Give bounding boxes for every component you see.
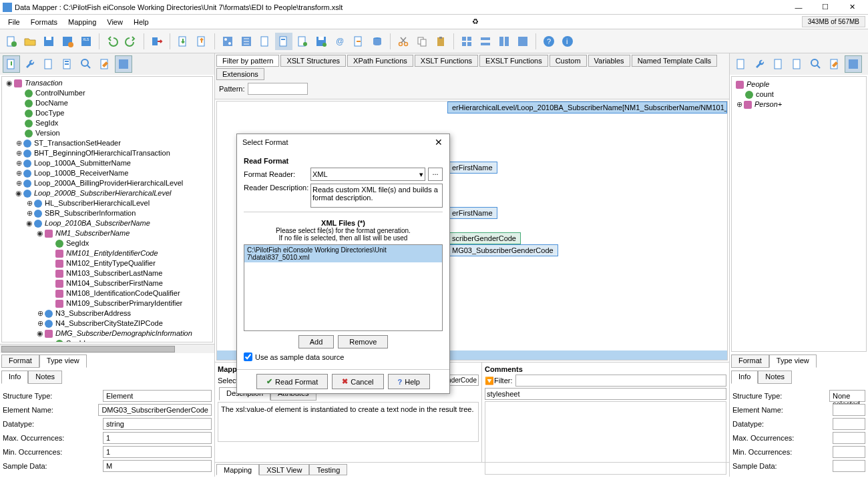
remove-button[interactable]: Remove [338,335,388,348]
save-xls-icon[interactable]: XLS [77,33,95,50]
left-tb-wrench-icon[interactable] [21,55,39,73]
add-button[interactable]: Add [298,335,335,348]
pattern-input[interactable] [248,83,308,95]
expand-toggle[interactable]: ⊕ [15,158,22,168]
tree-node[interactable]: NM109_SubscriberPrimaryIdentifier [65,298,184,308]
filter-tab-exslt[interactable]: EXSLT Functions [479,55,548,67]
tree-node[interactable]: Loop_1000A_SubmitterName [33,158,132,168]
info-icon[interactable]: i [559,33,576,50]
help-icon[interactable]: ? [540,33,558,50]
tree-root[interactable]: Transaction [23,78,64,88]
tree-node[interactable]: count [754,89,775,99]
save-as-icon[interactable] [59,33,76,50]
expand-toggle[interactable]: ◉ [15,188,22,198]
new-icon[interactable] [3,33,20,50]
maximize-button[interactable]: ☐ [812,1,839,14]
left-tb-search-icon[interactable] [77,55,95,73]
expand-toggle[interactable]: ⊕ [26,198,33,208]
comments-input[interactable]: stylesheet [485,388,726,400]
tree-node[interactable]: NM101_EntityIdentifierCode [65,248,160,258]
cancel-button[interactable]: ✖Cancel [332,374,383,389]
target-tree[interactable]: People count ⊕Person+ [731,76,867,352]
right-tb-search-icon[interactable] [807,55,825,73]
tree-node[interactable]: NM1_SubscriberName [54,228,131,238]
tree-node[interactable]: DocType [34,108,65,118]
tree-node[interactable]: NM103_SubscriberLastName [65,268,164,278]
menu-file[interactable]: File [3,17,25,27]
tab-typeview[interactable]: Type view [39,354,87,368]
expand-toggle[interactable]: ◉ [26,218,33,228]
tree-scrollbar[interactable] [0,344,214,353]
tab-info[interactable]: Info [1,371,28,384]
tree-node[interactable]: NM102_EntityTypeQualifier [65,258,157,268]
tree-node[interactable]: N4_SubscriberCityStateZIPCode [54,318,164,328]
cut-icon[interactable] [395,33,412,50]
tab-notes-r[interactable]: Notes [758,371,792,384]
menu-formats[interactable]: Formats [25,17,63,27]
tree-node[interactable]: SBR_SubscriberInformation [43,208,137,218]
expand-toggle[interactable]: ⊕ [26,208,33,218]
left-tb-7-icon[interactable] [115,55,132,73]
mapping-path[interactable]: erHierarchicalLevel/Loop_2010BA_Subscrib… [447,101,727,113]
close-button[interactable]: ✕ [839,1,865,14]
tree-root[interactable]: People [745,79,771,89]
tree-node[interactable]: SegIdx [65,338,90,342]
tree-node[interactable]: N3_SubscriberAddress [54,308,132,318]
min-occ-field[interactable] [833,446,865,458]
tab-notes[interactable]: Notes [28,371,62,384]
menu-help[interactable]: Help [128,17,154,27]
format-reader-browse[interactable]: ... [428,168,443,181]
exit-icon[interactable] [148,33,166,50]
datatype-field[interactable]: string [103,418,212,430]
sample-data-field[interactable]: M [103,460,212,472]
expand-toggle[interactable]: ◉ [37,228,43,238]
tool-4-icon[interactable] [275,33,292,50]
comments-filter-input[interactable] [515,375,727,387]
tab-info-r[interactable]: Info [731,371,758,384]
tree-node[interactable]: BHT_BeginningOfHierarchicalTransaction [33,148,172,158]
tree-node[interactable]: Loop_2000B_SubscriberHierarchicalLevel [33,188,172,198]
map-node[interactable]: scriberGenderCode [447,232,521,244]
tab-xslt-view[interactable]: XSLT View [259,464,309,475]
tool-7-icon[interactable]: @ [331,33,349,50]
tree-node[interactable]: Loop_2010BA_SubscriberName [43,218,152,228]
left-tb-4-icon[interactable] [59,55,76,73]
source-tree[interactable]: ◉Transaction ControlNumber DocName DocTy… [1,76,213,342]
tree-node[interactable]: ControlNumber [34,88,87,98]
grid-3-icon[interactable] [495,33,513,50]
sample-data-checkbox[interactable] [244,352,252,361]
left-tb-3-icon[interactable] [40,55,57,73]
tree-node[interactable]: SegIdx [65,238,90,248]
tree-node[interactable]: Person+ [753,99,783,109]
tree-node[interactable]: HL_SubscriberHierarchicalLevel [43,198,151,208]
right-tb-1-icon[interactable] [732,55,750,73]
max-occ-field[interactable] [833,432,865,444]
structure-type-field[interactable]: Element [103,390,212,402]
right-tb-wrench-icon[interactable] [751,55,769,73]
filter-tab-named-template[interactable]: Named Template Calls [632,55,717,67]
import-icon[interactable] [174,33,192,50]
export-icon[interactable] [193,33,210,50]
expand-toggle[interactable]: ⊕ [15,168,22,178]
tree-node[interactable]: NM108_IdentificationCodeQualifier [65,288,182,298]
expand-toggle[interactable]: ◉ [37,328,43,338]
expand-toggle[interactable]: ⊕ [37,308,43,318]
open-icon[interactable] [21,33,39,50]
left-tb-1-icon[interactable] [3,55,20,73]
datatype-field[interactable] [833,418,865,430]
save-icon[interactable] [40,33,57,50]
tool-6-icon[interactable] [312,33,330,50]
element-name-field[interactable] [833,404,865,416]
right-tb-edit-icon[interactable] [826,55,843,73]
sample-data-field[interactable] [833,460,865,472]
tab-format-r[interactable]: Format [731,354,769,368]
tree-node[interactable]: DMG_SubscriberDemographicInformation [54,328,194,338]
minimize-button[interactable]: — [785,1,812,14]
left-tb-edit-icon[interactable] [96,55,114,73]
grid-2-icon[interactable] [477,33,494,50]
read-format-button[interactable]: ✔Read Format [256,374,328,389]
filter-tab-xslt-struct[interactable]: XSLT Structures [280,55,346,67]
tab-typeview-r[interactable]: Type view [769,354,817,368]
file-item[interactable]: C:\PilotFish eiConsole Working Directori… [244,245,442,262]
grid-4-icon[interactable] [514,33,531,50]
